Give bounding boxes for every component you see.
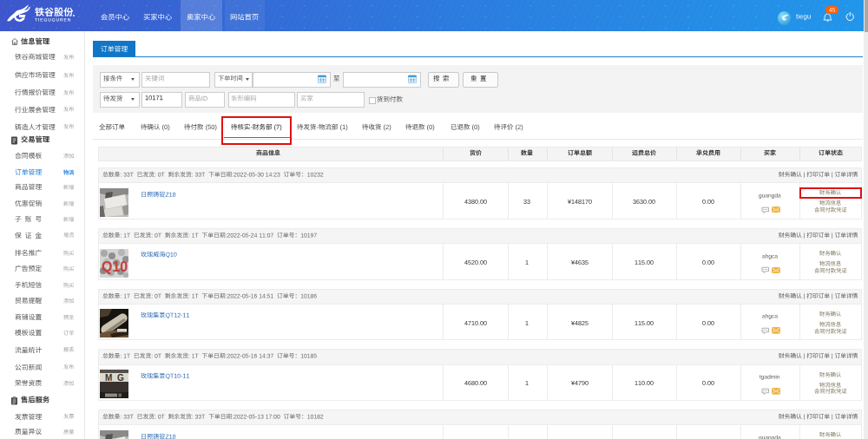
svg-text:Q10: Q10 xyxy=(102,259,128,274)
svg-text:G: G xyxy=(117,373,124,383)
svg-text:M: M xyxy=(105,373,112,383)
